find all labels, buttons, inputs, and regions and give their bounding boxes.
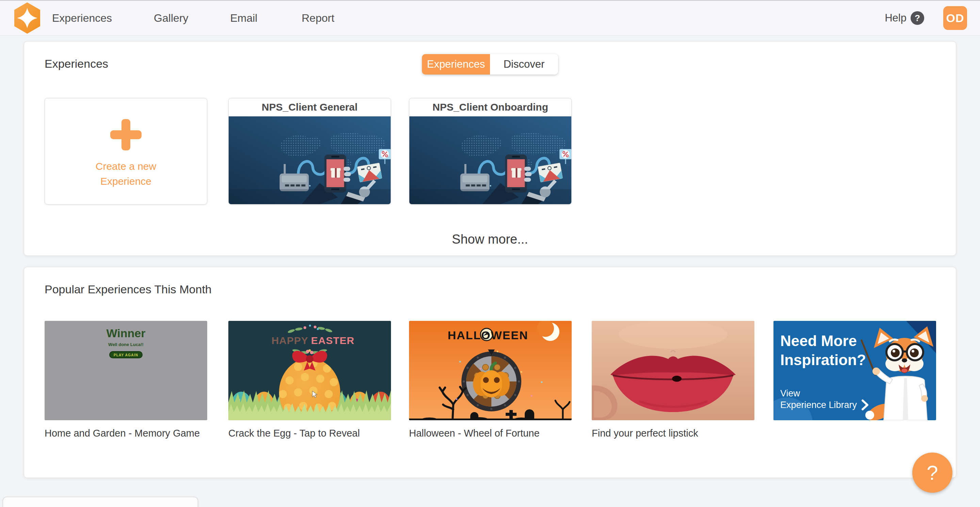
svg-text:Experience Library: Experience Library: [780, 400, 857, 410]
avatar[interactable]: OD: [943, 6, 967, 30]
experiences-panel: Experiences Experiences Discover Create …: [24, 41, 956, 256]
top-nav-bar: Experiences Gallery Email Report Help ? …: [0, 0, 980, 36]
popular-card-thumbnail[interactable]: Winner Well done Luca!! PLAY AGAIN: [45, 321, 207, 420]
plus-icon: [110, 119, 142, 150]
popular-card-inspiration-banner: Need More Inspiration? View Experience L…: [773, 321, 936, 420]
svg-text:Well done Luca!!: Well done Luca!!: [108, 342, 143, 347]
help-label: Help: [885, 12, 907, 24]
toggle-discover[interactable]: Discover: [490, 54, 558, 75]
nav-item-experiences[interactable]: Experiences: [52, 12, 112, 24]
svg-text:EASTER: EASTER: [311, 335, 355, 346]
svg-text:Inspiration?: Inspiration?: [780, 351, 866, 368]
create-experience-label: Create a new Experience: [45, 159, 207, 189]
experience-card-title: NPS_Client General: [229, 99, 391, 116]
svg-text:Need More: Need More: [780, 332, 857, 349]
experience-card-nps-general[interactable]: NPS_Client General: [228, 98, 391, 205]
help-fab-button[interactable]: ?: [912, 453, 953, 493]
popular-card-thumbnail[interactable]: HALLOWEEN: [409, 321, 572, 420]
show-more-button[interactable]: Show more...: [452, 232, 528, 247]
help-icon: ?: [911, 11, 924, 25]
experience-library-banner[interactable]: Need More Inspiration? View Experience L…: [773, 321, 936, 420]
question-icon: ?: [927, 461, 938, 485]
create-experience-card[interactable]: Create a new Experience: [45, 98, 207, 205]
popular-card-thumbnail[interactable]: [592, 321, 754, 420]
nav-item-report[interactable]: Report: [301, 12, 334, 24]
svg-text:HALLOWEEN: HALLOWEEN: [447, 329, 528, 342]
experience-card-thumbnail: [229, 116, 391, 204]
nav-item-email[interactable]: Email: [230, 12, 257, 24]
svg-text:PLAY AGAIN: PLAY AGAIN: [114, 353, 138, 357]
experience-card-thumbnail: [409, 116, 571, 204]
partial-bottom-panel: [3, 497, 198, 507]
experiences-panel-title: Experiences: [45, 57, 108, 70]
topbar-right: Help ? OD: [885, 6, 980, 30]
popular-card-caption: Home and Garden - Memory Game: [45, 428, 207, 439]
popular-panel-title: Popular Experiences This Month: [45, 283, 212, 296]
main-nav: Experiences Gallery Email Report: [44, 12, 334, 24]
brand-logo-icon[interactable]: [10, 1, 44, 35]
help-link[interactable]: Help ?: [885, 11, 924, 25]
svg-text:Winner: Winner: [107, 327, 146, 340]
app-screen: Experiences Gallery Email Report Help ? …: [0, 0, 980, 507]
popular-card-lipstick: Find your perfect lipstick: [592, 321, 754, 439]
popular-card-halloween-wheel: HALLOWEEN: [409, 321, 572, 439]
popular-card-memory-game: Winner Well done Luca!! PLAY AGAIN Home …: [45, 321, 207, 439]
svg-text:HAPPY: HAPPY: [272, 335, 308, 346]
popular-card-caption: Crack the Egg - Tap to Reveal: [228, 428, 391, 439]
popular-card-crack-the-egg: HAPPY EASTER: [228, 321, 391, 439]
popular-card-thumbnail[interactable]: HAPPY EASTER: [228, 321, 391, 420]
popular-card-caption: Find your perfect lipstick: [592, 428, 754, 439]
svg-text:View: View: [780, 388, 800, 399]
toggle-experiences[interactable]: Experiences: [422, 54, 490, 75]
experience-card-title: NPS_Client Onboarding: [409, 99, 571, 116]
view-toggle: Experiences Discover: [422, 54, 558, 75]
popular-card-caption: Halloween - Wheel of Fortune: [409, 428, 572, 439]
experience-card-nps-onboarding[interactable]: NPS_Client Onboarding: [409, 98, 572, 205]
popular-panel: Popular Experiences This Month Winner We…: [24, 267, 956, 478]
nav-item-gallery[interactable]: Gallery: [154, 12, 188, 24]
